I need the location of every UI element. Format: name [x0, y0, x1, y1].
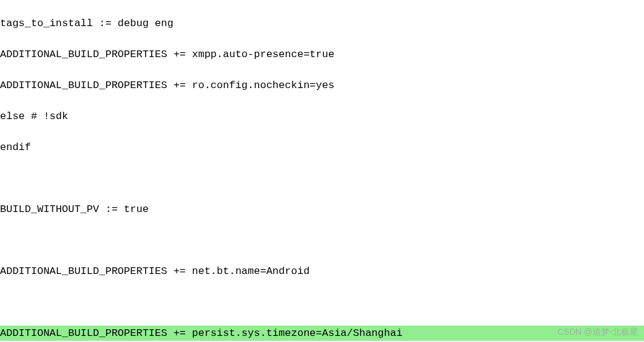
code-line: endif	[0, 140, 644, 156]
code-line: ADDITIONAL_BUILD_PROPERTIES += ro.config…	[0, 78, 644, 94]
code-line-blank	[0, 295, 644, 310]
code-line-blank	[0, 171, 644, 186]
code-line: BUILD_WITHOUT_PV := true	[0, 202, 644, 217]
code-line-blank	[0, 233, 644, 248]
code-line: tags_to_install := debug eng	[0, 16, 644, 32]
watermark-text: CSDN @追梦-北极星	[558, 326, 638, 338]
code-block: tags_to_install := debug eng ADDITIONAL_…	[0, 0, 644, 342]
code-line: else # !sdk	[0, 109, 644, 125]
code-line: ADDITIONAL_BUILD_PROPERTIES += net.bt.na…	[0, 264, 644, 279]
code-line: ADDITIONAL_BUILD_PROPERTIES += xmpp.auto…	[0, 47, 644, 63]
code-line-highlighted: ADDITIONAL_BUILD_PROPERTIES += persist.s…	[0, 326, 644, 341]
